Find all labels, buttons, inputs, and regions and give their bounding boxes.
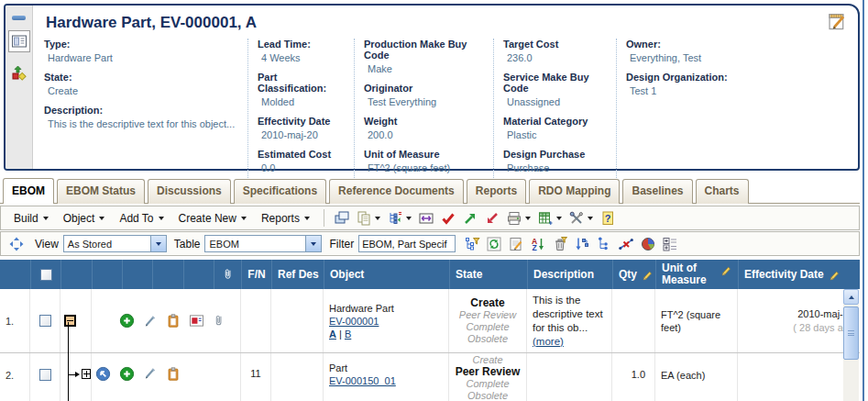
header-attachment[interactable] [214,260,241,289]
field-label: Unit of Measure [364,149,488,160]
tab-ebom-status[interactable]: EBOM Status [57,179,145,204]
row-checkbox[interactable] [39,369,51,381]
filter-tree-icon[interactable] [463,235,481,253]
attachment-icon[interactable] [213,313,225,329]
validate-check-icon[interactable] [439,209,457,228]
disconnect-icon[interactable] [617,235,635,253]
header-spacer [122,260,152,289]
menu-label: Reports [261,212,300,225]
properties-view-icon[interactable] [8,30,30,52]
property-column-5: Owner:Everything, Test Design Organizati… [616,39,851,182]
cell-uom: EA (each) [655,353,738,401]
tab-baselines[interactable]: Baselines [622,179,692,204]
edit-column-icon[interactable] [642,269,654,281]
delete-filter-icon[interactable] [551,235,569,253]
tree-structure-icon[interactable] [595,235,613,253]
compare-icon[interactable] [417,209,435,228]
scroll-up-button[interactable] [843,289,859,305]
header-object[interactable]: Object [324,260,449,289]
edit-pencil-icon[interactable] [143,314,158,329]
header-uom[interactable]: Unit of Measure [655,260,738,289]
state-future: Obsolete [467,333,508,345]
object-id-link[interactable]: EV-000001 [329,315,379,328]
header-qty[interactable]: Qty [612,260,655,289]
edit-column-icon[interactable] [720,264,732,276]
paperclip-icon [222,267,235,282]
tab-reports[interactable]: Reports [467,179,526,204]
sort-az-icon[interactable]: AZ [529,235,547,253]
refresh-icon[interactable] [485,235,503,253]
header-description[interactable]: Description [527,260,612,289]
properties-glyph-icon [11,33,27,50]
expand-all-icon[interactable] [661,235,679,253]
menu-reports[interactable]: Reports [261,212,310,225]
field-value: Test Everything [368,96,488,107]
header-state[interactable]: State [449,260,527,289]
revision-a-link[interactable]: A [329,329,336,340]
clipboard-icon[interactable] [166,313,181,329]
header-ref-des[interactable]: Ref Des [271,260,324,289]
add-icon[interactable] [119,313,135,329]
scrollbar-thumb[interactable] [843,306,859,360]
cell-ref-des [271,353,324,401]
revision-b-link[interactable]: B [345,329,351,340]
minimize-icon[interactable] [12,16,26,20]
header-spacer [92,260,122,289]
chevron-down-icon [304,217,310,220]
tab-reference-documents[interactable]: Reference Documents [329,179,464,204]
header-effectivity[interactable]: Effectivity Date [738,260,860,289]
print-icon[interactable] [505,209,533,228]
collapse-expander-icon[interactable] [64,315,76,327]
state-future: Complete [466,321,509,333]
object-id-link[interactable]: EV-000150_01 [329,374,396,387]
header-expander [60,260,92,289]
menu-add-to[interactable]: Add To [119,212,163,225]
lifecycle-icon[interactable] [8,62,30,84]
vertical-scrollbar[interactable] [843,289,859,401]
image-icon[interactable] [189,314,204,328]
select-all-checkbox[interactable] [40,269,52,281]
copy-window-icon[interactable] [333,209,351,228]
edit-pencil-icon[interactable] [143,366,158,381]
menu-object[interactable]: Object [63,212,105,225]
tab-discussions[interactable]: Discussions [148,179,231,204]
table-select[interactable]: EBOM [204,235,322,252]
move-down-icon[interactable] [573,235,591,253]
tab-specifications[interactable]: Specifications [234,179,326,204]
row-checkbox[interactable] [39,315,51,327]
filter-input[interactable] [358,235,456,252]
demote-icon[interactable] [483,209,501,228]
edit-table-icon[interactable] [507,235,525,253]
header-fn[interactable]: F/N [241,260,271,289]
view-select[interactable]: As Stored [63,235,167,252]
expand-expander-icon[interactable] [82,369,91,379]
select-dropdown-button[interactable] [305,236,321,251]
tab-strip: EBOM EBOM Status Discussions Specificati… [3,179,749,204]
tab-ebom[interactable]: EBOM [3,178,54,204]
export-table-icon[interactable] [536,209,564,228]
field-value: Unassigned [507,96,610,107]
more-link[interactable]: (more) [533,336,564,347]
chevron-down-icon [156,242,161,246]
paste-structure-icon[interactable] [386,209,413,228]
select-dropdown-button[interactable] [150,236,166,251]
tab-charts[interactable]: Charts [696,179,749,204]
edit-details-button[interactable] [827,11,847,31]
field-label: State: [44,72,242,83]
menu-create-new[interactable]: Create New [179,212,247,225]
edit-column-icon[interactable] [829,269,841,281]
menu-build[interactable]: Build [14,212,49,225]
add-icon[interactable] [119,366,135,382]
navigate-icon[interactable] [95,366,111,382]
row-action-icons [92,353,241,401]
tools-icon[interactable] [567,209,595,228]
field-value: Plastic [507,129,610,140]
help-icon[interactable]: ? [599,209,617,228]
promote-icon[interactable] [461,209,479,228]
field-label: Material Category [503,116,610,127]
tab-rdo-mapping[interactable]: RDO Mapping [529,179,620,204]
chart-icon[interactable] [639,235,657,253]
clipboard-icon[interactable] [166,366,181,382]
copy-icon[interactable] [355,209,382,228]
expand-window-icon[interactable] [7,235,26,253]
